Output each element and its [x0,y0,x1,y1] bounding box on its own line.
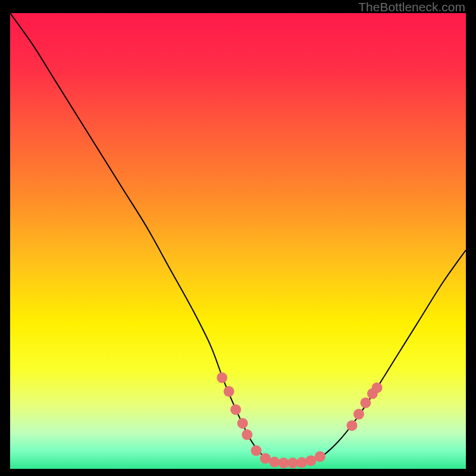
data-marker [315,451,325,462]
data-marker [278,458,289,468]
watermark-text: TheBottleneck.com [358,0,465,14]
data-marker [372,383,383,393]
chart-frame [10,13,466,469]
data-marker [269,457,280,468]
data-marker [287,458,298,468]
data-marker [217,372,227,383]
data-marker [237,418,248,428]
data-marker [224,386,234,397]
data-marker [306,455,317,466]
data-marker [360,397,371,408]
data-marker [230,404,241,415]
bottleneck-chart [10,13,466,469]
gradient-background [10,13,466,469]
data-marker [347,420,358,431]
data-marker [242,430,252,440]
data-marker [251,445,262,456]
data-marker [353,409,364,419]
data-marker [260,453,271,464]
data-marker [296,457,307,468]
